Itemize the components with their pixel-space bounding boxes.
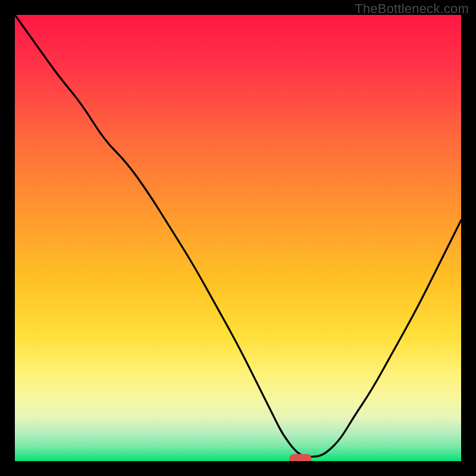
optimal-marker — [289, 454, 312, 461]
gradient-background — [15, 15, 461, 461]
watermark-text: TheBottleneck.com — [355, 1, 469, 17]
plot-area — [15, 15, 461, 461]
chart-svg — [15, 15, 461, 461]
chart-container: TheBottleneck.com — [0, 0, 476, 476]
